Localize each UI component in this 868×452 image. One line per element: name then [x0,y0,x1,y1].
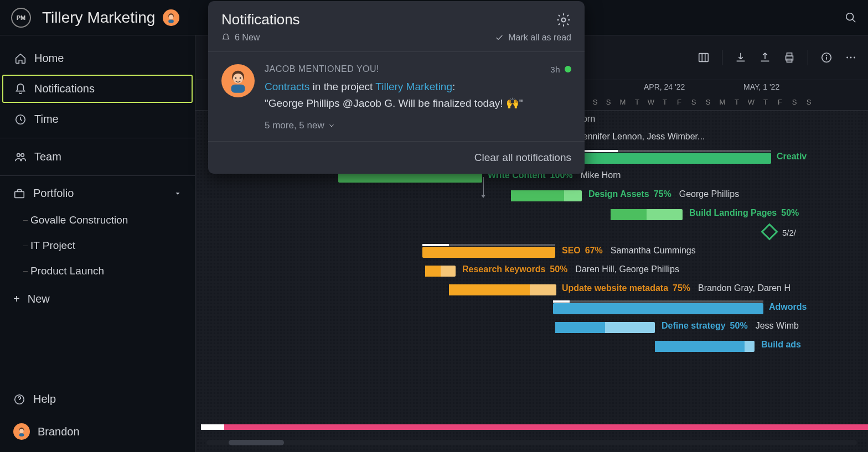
svg-point-7 [21,153,24,157]
svg-line-4 [852,19,856,22]
task-pct: 50% [730,321,748,331]
day-label: T [632,98,643,106]
gantt-bar[interactable] [449,284,556,295]
notification-body: Contracts in the project Tillery Marketi… [265,79,571,112]
svg-point-23 [850,57,852,59]
task-label: Creativ [777,152,807,162]
gantt-bar[interactable] [655,341,755,352]
day-label: M [617,98,628,106]
gantt-bar[interactable] [555,322,655,333]
task-assignee: George Phillips [679,189,740,199]
chevron-down-icon [174,190,182,198]
mark-all-read-button[interactable]: Mark all as read [495,33,571,43]
sidebar-item-portfolio[interactable]: Portfolio [0,179,195,207]
svg-point-25 [562,18,566,22]
gear-icon[interactable] [556,12,571,28]
task-assignee: ps, Jennifer Lennon, Jess Wimber... [564,132,705,142]
gantt-bar[interactable] [566,153,771,164]
sidebar-label-help: Help [33,393,56,406]
bell-icon [14,83,27,95]
chevron-down-icon [328,122,335,129]
day-label: S [789,98,800,106]
download-icon[interactable] [735,51,747,64]
notifications-title: Notifications [221,11,300,28]
day-label: T [731,98,742,106]
task-label: Design Assets [588,189,649,199]
project-owner-avatar[interactable] [163,9,179,26]
gantt-bar[interactable] [422,247,555,258]
summary-bar [201,424,868,430]
scrollbar[interactable] [206,440,857,445]
svg-point-28 [235,77,236,79]
day-label: W [645,98,657,106]
day-label: T [760,98,771,106]
task-pct: 50% [781,208,799,218]
gantt-bar[interactable] [553,303,763,314]
sidebar-new[interactable]: + New [0,284,195,314]
clear-notifications-button[interactable]: Clear all notifications [208,142,585,174]
task-assignee: Brandon Gray, Daren H [698,283,790,293]
svg-point-6 [17,153,20,157]
notification-more[interactable]: 5 more, 5 new [265,112,571,131]
svg-point-11 [19,429,24,433]
sidebar-item-team[interactable]: Team [0,142,195,172]
more-icon[interactable] [845,51,857,64]
month-label: APR, 24 '22 [644,82,685,91]
sidebar-label-new: New [28,293,50,305]
notification-time: 3h [550,65,560,74]
day-label: S [702,98,714,106]
columns-icon[interactable] [698,51,710,64]
portfolio-item-itproject[interactable]: IT Project [0,233,195,258]
user-avatar [13,423,30,440]
milestone-icon[interactable] [761,223,778,240]
day-label: F [774,98,786,106]
svg-rect-12 [19,433,24,437]
day-label: S [803,98,814,106]
task-assignee: Daren Hill, George Phillips [575,264,679,274]
app-logo[interactable]: PM [11,8,31,28]
task-label: Update website metadata [562,283,668,293]
bell-small-icon [221,33,230,42]
sidebar-item-time[interactable]: Time [0,104,195,134]
gantt-bar[interactable] [425,266,456,277]
sidebar-current-user[interactable]: Brandon [0,414,195,449]
svg-rect-8 [15,191,24,198]
print-icon[interactable] [783,51,795,64]
briefcase-icon [13,188,25,200]
notification-item[interactable]: JACOB MENTIONED YOU! 3h Contracts in the… [208,52,585,142]
unread-dot-icon [565,66,571,72]
month-label: MAY, 1 '22 [743,82,779,91]
sidebar-help[interactable]: Help [0,384,195,414]
svg-point-22 [846,57,848,59]
gantt-bar[interactable] [511,190,582,201]
svg-rect-18 [787,59,792,63]
sidebar-label-notifications: Notifications [34,82,95,95]
svg-point-29 [240,77,241,79]
share-icon[interactable] [759,51,771,64]
gantt-bar[interactable] [611,209,683,220]
gantt-toolbar [698,50,857,65]
day-label: S [688,98,699,106]
notifications-panel: Notifications 6 New Mark all as read JAC… [208,1,585,174]
day-label: F [674,98,685,106]
task-assignee: Mike Horn [581,170,621,180]
task-pct: 75% [673,283,690,293]
sidebar-item-home[interactable]: Home [0,43,195,74]
plus-icon: + [13,293,20,305]
info-icon[interactable] [820,51,833,64]
svg-point-24 [854,57,855,59]
task-pct: 50% [550,264,567,274]
help-icon [13,393,25,406]
svg-point-1 [169,14,173,19]
sidebar: Home Notifications Time Team Portfolio G… [0,35,195,452]
sidebar-item-notifications[interactable]: Notifications [2,75,193,103]
portfolio-item-govalle[interactable]: Govalle Construction [0,207,195,233]
project-title: Tillery Marketing [42,9,155,27]
search-icon[interactable] [845,12,857,24]
portfolio-item-productlaunch[interactable]: Product Launch [0,258,195,284]
sidebar-label-portfolio: Portfolio [33,187,74,200]
sidebar-label-user: Brandon [38,425,80,438]
task-assignee: Jess Wimb [756,321,799,331]
task-assignee: Samantha Cummings [611,246,696,256]
check-icon [495,33,504,42]
